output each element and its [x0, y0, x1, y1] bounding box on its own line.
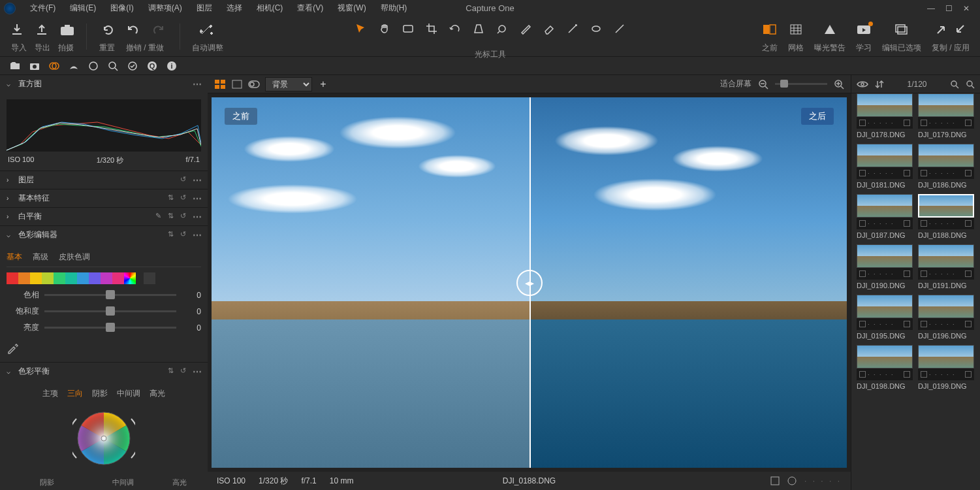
ce-tab[interactable]: 高级: [33, 252, 48, 263]
add-layer-icon[interactable]: +: [317, 79, 329, 90]
menu-item[interactable]: 相机(C): [254, 3, 286, 14]
ce-tab[interactable]: 基本: [7, 252, 22, 263]
thumbnail[interactable]: · · · · ·DJI_0187.DNG: [857, 194, 913, 239]
basic-char-header[interactable]: ›基本特征⇅↺⋯: [0, 189, 208, 207]
color-swatch[interactable]: [77, 272, 89, 284]
capture-icon[interactable]: [60, 24, 74, 36]
white-balance-header[interactable]: ›白平衡✎⇅↺⋯: [0, 208, 208, 225]
menu-item[interactable]: 图层: [194, 3, 215, 14]
reset-icon[interactable]: ↺: [180, 175, 186, 186]
menu-icon[interactable]: ⋯: [193, 79, 201, 90]
thumbnail[interactable]: · · · · ·DJI_0196.DNG: [918, 295, 974, 340]
pointer-tool-icon[interactable]: [355, 23, 367, 35]
cb-tab[interactable]: 中间调: [117, 388, 140, 399]
reset-icon[interactable]: [102, 24, 115, 37]
thumbnail[interactable]: · · · · ·DJI_0186.DNG: [918, 144, 974, 189]
undo-icon[interactable]: [127, 24, 140, 37]
learn-icon[interactable]: [857, 24, 871, 35]
edit-selected-icon[interactable]: [894, 24, 909, 35]
picker-icon[interactable]: ✎: [155, 212, 161, 222]
color-swatch[interactable]: [30, 272, 42, 284]
reset-icon[interactable]: ↺: [180, 193, 186, 204]
menu-icon[interactable]: ⋯: [193, 212, 201, 222]
thumbnail[interactable]: · · · · ·DJI_0199.DNG: [918, 345, 974, 390]
rating-icon[interactable]: [770, 476, 780, 485]
maximize-icon[interactable]: ☐: [945, 4, 953, 13]
visibility-icon[interactable]: [857, 80, 868, 88]
copy-icon[interactable]: ⇅: [168, 367, 174, 377]
thumbnail[interactable]: · · · · ·DJI_0198.DNG: [857, 345, 913, 390]
layers-header[interactable]: ›图层↺⋯: [0, 171, 208, 189]
loupe-tool-icon[interactable]: [402, 23, 414, 35]
layer-select[interactable]: 背景: [265, 77, 312, 91]
minimize-icon[interactable]: —: [927, 4, 935, 13]
menu-item[interactable]: 调整项(A): [146, 3, 185, 14]
star-rating[interactable]: · · · · ·: [804, 476, 842, 485]
thumbnail[interactable]: · · · · ·DJI_0188.DNG: [918, 194, 974, 239]
thumbnail[interactable]: · · · · ·DJI_0179.DNG: [918, 93, 974, 139]
lightness-slider[interactable]: [44, 327, 176, 329]
close-icon[interactable]: ✕: [963, 4, 970, 13]
eraser-tool-icon[interactable]: [543, 23, 555, 35]
capture-tab-icon[interactable]: [27, 59, 42, 73]
proof-view-icon[interactable]: [248, 79, 260, 90]
menu-item[interactable]: 图像(I): [108, 3, 136, 14]
menu-item[interactable]: 查看(V): [294, 3, 326, 14]
menu-item[interactable]: 视窗(W): [335, 3, 368, 14]
color-tag-icon[interactable]: [787, 476, 797, 485]
export-icon[interactable]: [35, 24, 48, 37]
ce-tab[interactable]: 皮肤色调: [59, 252, 90, 263]
lens-tab-icon[interactable]: [86, 59, 101, 73]
empty-swatch[interactable]: [144, 272, 155, 284]
copy-icon[interactable]: [936, 24, 947, 35]
style-tab-icon[interactable]: [67, 59, 81, 73]
before-after-icon[interactable]: [763, 24, 777, 35]
sharpness-tab-icon[interactable]: [106, 59, 120, 73]
cb-tab[interactable]: 阴影: [92, 388, 108, 399]
thumbnail[interactable]: · · · · ·DJI_0190.DNG: [857, 244, 913, 289]
output-tab-icon[interactable]: [125, 59, 140, 73]
copy-icon[interactable]: ⇅: [168, 230, 174, 240]
hand-tool-icon[interactable]: [379, 23, 390, 35]
saturation-slider[interactable]: [44, 310, 176, 312]
cb-tab[interactable]: 高光: [150, 388, 165, 399]
picker-icon[interactable]: [7, 342, 201, 354]
zoom-slider[interactable]: [775, 83, 827, 85]
keystone-tool-icon[interactable]: [473, 23, 484, 35]
color-editor-header[interactable]: ⌵色彩编辑器⇅↺⋯: [0, 226, 208, 244]
menu-item[interactable]: 编辑(E): [67, 3, 99, 14]
reset-icon[interactable]: ↺: [180, 212, 186, 222]
histogram-header[interactable]: ⌵ 直方图 ⋯: [0, 75, 208, 93]
grid-icon[interactable]: [789, 24, 802, 35]
radial-tool-icon[interactable]: [590, 23, 602, 35]
color-swatch[interactable]: [7, 272, 18, 284]
import-icon[interactable]: [10, 24, 24, 37]
adjust-tab-icon[interactable]: [47, 59, 61, 73]
menu-item[interactable]: 选择: [224, 3, 245, 14]
sort-icon[interactable]: [875, 80, 884, 89]
fit-screen-label[interactable]: 适合屏幕: [720, 78, 751, 90]
color-swatch[interactable]: [54, 272, 65, 284]
spot-tool-icon[interactable]: [496, 23, 508, 35]
thumbnail[interactable]: · · · · ·DJI_0195.DNG: [857, 295, 913, 340]
image-viewer[interactable]: ◂▸ 之前 之后: [212, 97, 847, 468]
zoom-in-icon[interactable]: [834, 79, 844, 90]
info-tab-icon[interactable]: i: [165, 59, 179, 73]
cb-tab[interactable]: 三向: [67, 388, 83, 399]
menu-icon[interactable]: ⋯: [193, 175, 201, 186]
color-swatch[interactable]: [89, 272, 101, 284]
menu-item[interactable]: 帮助(H): [378, 3, 410, 14]
menu-icon[interactable]: ⋯: [193, 230, 201, 240]
apply-icon[interactable]: [955, 24, 965, 35]
color-picker-swatch[interactable]: [124, 272, 136, 284]
menu-icon[interactable]: ⋯: [193, 367, 201, 377]
color-swatch[interactable]: [101, 272, 112, 284]
color-balance-header[interactable]: ⌵色彩平衡⇅↺⋯: [0, 363, 208, 380]
crop-tool-icon[interactable]: [426, 23, 437, 35]
menu-item[interactable]: 文件(F): [27, 3, 58, 14]
gradient-tool-icon[interactable]: [567, 23, 578, 35]
auto-adjust-icon[interactable]: [200, 23, 215, 36]
cb-tab[interactable]: 主项: [42, 388, 58, 399]
exposure-warning-icon[interactable]: [823, 24, 836, 35]
thumbnail[interactable]: · · · · ·DJI_0181.DNG: [857, 144, 913, 189]
